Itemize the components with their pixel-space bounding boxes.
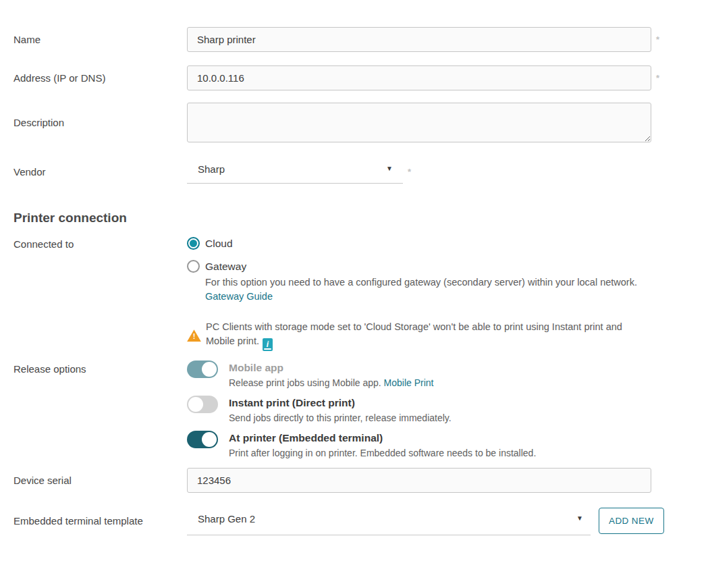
- instant-print-toggle[interactable]: [187, 396, 218, 413]
- required-asterisk: *: [656, 34, 659, 45]
- mobile-print-link[interactable]: Mobile Print: [384, 377, 434, 388]
- field-row-terminal-template: Embedded terminal template Sharp Gen 2 ▼…: [13, 506, 708, 535]
- radio-option-gateway[interactable]: Gateway: [187, 260, 651, 273]
- required-asterisk: *: [656, 73, 659, 83]
- vendor-select[interactable]: Sharp ▼: [187, 159, 403, 184]
- radio-cloud-icon[interactable]: [187, 237, 200, 250]
- description-label: Description: [13, 117, 187, 128]
- vendor-label: Vendor: [13, 166, 187, 178]
- terminal-template-selected-value: Sharp Gen 2: [198, 513, 255, 525]
- mobile-app-desc-text: Release print jobs using Mobile app.: [229, 377, 381, 388]
- vendor-selected-value: Sharp: [198, 163, 225, 175]
- field-row-address: Address (IP or DNS) *: [13, 65, 708, 90]
- release-options-row: Release options Mobile app Release print…: [13, 360, 708, 458]
- at-printer-description: Print after logging in on printer. Embed…: [229, 448, 536, 458]
- terminal-template-label: Embedded terminal template: [13, 515, 187, 527]
- toggle-group-instant-print: Instant print (Direct print) Send jobs d…: [187, 396, 536, 423]
- radio-gateway-label: Gateway: [205, 261, 246, 273]
- field-row-name: Name *: [13, 27, 708, 52]
- mobile-app-description: Release print jobs using Mobile app. Mob…: [229, 377, 434, 388]
- field-row-description: Description: [13, 103, 708, 142]
- connected-to-label: Connected to: [13, 237, 187, 250]
- connected-to-row: Connected to Cloud Gateway For this opti…: [13, 237, 708, 351]
- toggle-group-at-printer: At printer (Embedded terminal) Print aft…: [187, 431, 536, 458]
- add-new-template-button[interactable]: ADD NEW: [599, 508, 664, 534]
- radio-cloud-label: Cloud: [205, 238, 233, 250]
- section-title-printer-connection: Printer connection: [13, 211, 708, 225]
- mobile-app-toggle[interactable]: [187, 360, 218, 378]
- terminal-template-select[interactable]: Sharp Gen 2 ▼: [187, 506, 591, 535]
- release-options-toggles: Mobile app Release print jobs using Mobi…: [187, 360, 536, 458]
- address-label: Address (IP or DNS): [13, 72, 187, 84]
- warning-text-wrap: PC Clients with storage mode set to 'Clo…: [206, 320, 651, 351]
- gateway-note-text: For this option you need to have a confi…: [205, 277, 637, 288]
- field-row-vendor: Vendor Sharp ▼ *: [13, 159, 708, 184]
- gateway-guide-link[interactable]: Gateway Guide: [205, 291, 273, 302]
- connected-to-options: Cloud Gateway For this option you need t…: [187, 237, 651, 351]
- radio-option-cloud[interactable]: Cloud: [187, 237, 651, 250]
- description-textarea[interactable]: [187, 103, 651, 142]
- mobile-app-label: Mobile app: [229, 362, 434, 374]
- cloud-storage-warning: ! PC Clients with storage mode set to 'C…: [187, 320, 651, 351]
- warning-icon: !: [187, 329, 201, 342]
- address-input[interactable]: [187, 65, 651, 90]
- instant-print-label: Instant print (Direct print): [229, 397, 452, 409]
- release-options-label: Release options: [13, 360, 187, 375]
- printer-edit-form: Name * Address (IP or DNS) * Description…: [0, 0, 708, 535]
- gateway-note: For this option you need to have a confi…: [205, 275, 651, 303]
- chevron-down-icon: ▼: [576, 514, 583, 522]
- required-asterisk: *: [408, 167, 411, 177]
- radio-gateway-icon[interactable]: [187, 260, 200, 273]
- at-printer-label: At printer (Embedded terminal): [229, 432, 536, 444]
- device-serial-input[interactable]: [187, 468, 651, 493]
- chevron-down-icon: ▼: [386, 165, 393, 172]
- toggle-group-mobile-app: Mobile app Release print jobs using Mobi…: [187, 360, 536, 388]
- name-label: Name: [13, 34, 187, 45]
- device-serial-label: Device serial: [13, 475, 187, 486]
- field-row-device-serial: Device serial: [13, 468, 708, 493]
- at-printer-toggle[interactable]: [187, 431, 218, 448]
- instant-print-description: Send jobs directly to this printer, rele…: [229, 412, 452, 423]
- info-book-icon[interactable]: i: [263, 338, 273, 351]
- name-input[interactable]: [187, 27, 651, 52]
